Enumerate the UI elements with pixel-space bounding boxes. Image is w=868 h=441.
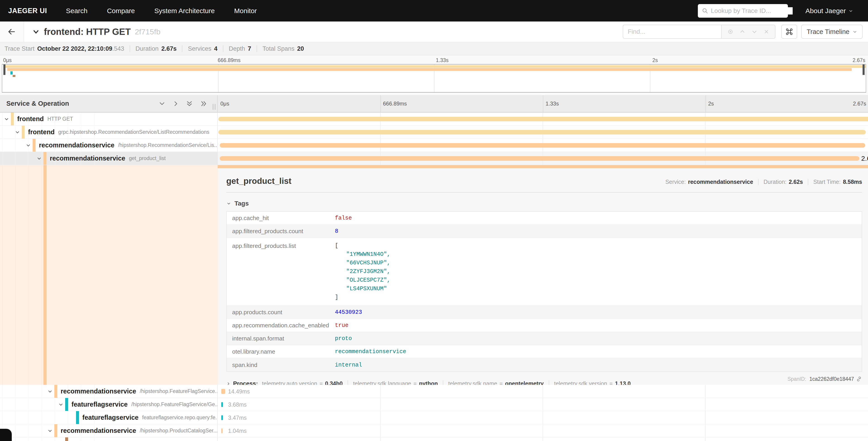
timeline-gridline [543,95,543,112]
span-duration-label: 3.68ms [228,401,247,408]
divider [758,179,758,185]
span-bar[interactable] [221,415,223,420]
chevron-down-icon[interactable] [58,402,64,408]
span-bar[interactable] [218,130,866,135]
tag-key: app.cache_hit [227,215,335,222]
span-bar[interactable] [220,143,865,148]
duration-label: Duration [135,45,159,52]
span-operation: /hipstershop.ProductCatalogSer... [140,428,217,434]
minimap-canvas[interactable] [2,64,866,93]
tags-section-toggle[interactable]: Tags [226,200,862,207]
span-timeline-cell [218,113,868,125]
span-row-frontend-grpc[interactable]: frontend grpc.hipstershop.Recommendation… [0,126,868,139]
back-button[interactable] [0,22,24,42]
start-time-value: 8.58ms [843,179,862,185]
minimap-ticks: 0μs 666.89ms 1.33s 2s 2.67s [0,56,868,64]
span-bar[interactable] [218,117,868,121]
top-nav: JAEGER UI Search Compare System Architec… [0,0,868,22]
trace-id-lookup [698,4,788,18]
chevron-down-icon[interactable] [47,428,53,434]
minimap-span-featureflagservice [10,71,13,75]
tag-value: internal [335,362,362,368]
tag-value: false [335,215,352,222]
span-bar[interactable] [221,389,225,394]
span-id-value: 1ca2262df0e18447 [809,376,854,382]
tag-row: span.kind internal [227,358,862,372]
nav-item-compare[interactable]: Compare [107,7,135,15]
collapse-all-icon[interactable] [186,100,193,108]
span-operation: /hipstershop.FeatureFlagService... [140,388,217,394]
trace-id-lookup-input[interactable] [711,7,793,14]
nav-item-search[interactable]: Search [66,7,88,15]
span-row-reco-featureflag[interactable]: recommendationservice /hipstershop.Featu… [0,385,868,398]
expand-one-icon[interactable] [172,100,179,107]
span-bar[interactable] [221,402,223,407]
prev-result-icon[interactable] [739,29,746,35]
clear-find-icon[interactable] [764,29,769,35]
duration-value: 2.62s [789,179,803,185]
tags-label: Tags [235,200,249,207]
span-timeline-cell: 2.62s [218,152,868,165]
span-service: recommendationservice [61,427,136,435]
span-name-cell: recommendationservice /hipstershop.Recom… [0,139,218,152]
total-spans-value: 20 [297,45,304,52]
tag-key: app.filtered_products.count [227,228,335,235]
json-line: "OLJCESPC7Z", [335,276,390,285]
minimap-left-scrubber[interactable] [3,64,5,75]
tag-value-list: [ "1YMWWN1N4O", "66VCHSJNUP", "2ZYFJ3GM2… [335,241,390,302]
timeline-tick-3: 2s [708,100,714,107]
chevron-down-icon[interactable] [47,388,53,394]
span-operation: HTTP GET [48,116,73,122]
span-bar[interactable] [220,156,859,161]
span-operation: grpc.hipstershop.RecommendationService/L… [58,129,209,135]
collapse-one-icon[interactable] [158,100,166,107]
span-row-partial[interactable] [0,437,868,441]
chevron-down-icon[interactable] [36,155,42,161]
span-color-accent [76,411,79,424]
span-color-accent [65,398,68,411]
span-timeline-cell: 1.04ms [218,424,868,437]
nav-right: About Jaeger [698,4,860,18]
tag-value: true [335,322,348,329]
nav-item-system-architecture[interactable]: System Architecture [154,7,215,15]
minimap-tick-2: 1.33s [436,57,448,63]
span-service: featureflagservice [71,401,128,408]
span-row-frontend-http-get[interactable]: frontend HTTP GET [0,113,868,126]
span-color-accent [43,152,46,165]
focus-match-icon[interactable] [727,29,734,35]
chevron-down-icon[interactable] [14,129,20,135]
span-name-cell: frontend grpc.hipstershop.Recommendation… [0,126,218,139]
minimap-tick-0: 0μs [3,57,12,63]
about-jaeger-menu[interactable]: About Jaeger [806,7,853,15]
next-result-icon[interactable] [751,29,757,35]
span-row-featureflag-get[interactable]: featureflagservice /hipstershop.FeatureF… [0,398,868,411]
collapse-trace-chevron-icon[interactable] [32,28,40,35]
trace-view-selector[interactable]: Trace Timeline [801,25,863,39]
span-row-featureflag-repo-query[interactable]: featureflagservice featureflagservice.re… [0,411,868,424]
start-time-label: Start Time: [813,179,841,185]
span-bar[interactable] [221,428,223,433]
minimap-tick-1: 666.89ms [218,57,241,63]
span-row-get-product-list-selected[interactable]: recommendationservice get_product_list 2… [0,152,868,165]
keyboard-shortcuts-button[interactable] [781,25,797,39]
timeline-tick-1: 666.89ms [383,100,407,107]
nav-item-monitor[interactable]: Monitor [234,7,257,15]
minimap-right-scrubber[interactable] [863,64,865,75]
find-input[interactable] [623,25,721,39]
expand-all-icon[interactable] [199,100,207,108]
span-timeline-cell: 14.49ms [218,385,868,398]
span-color-accent [54,424,57,437]
deep-link-icon[interactable] [856,376,862,382]
chevron-down-icon[interactable] [25,142,31,148]
span-row-reco-productcatalog[interactable]: recommendationservice /hipstershop.Produ… [0,424,868,437]
span-row-recommendationservice-list[interactable]: recommendationservice /hipstershop.Recom… [0,139,868,152]
column-resizer-handle[interactable] [213,104,215,110]
app-logo[interactable]: JAEGER UI [8,7,47,15]
span-color-accent [54,385,57,398]
tag-row: app.filtered_products.count 8 [227,225,862,238]
json-line: ] [335,293,390,302]
trace-title: frontend: HTTP GET [44,27,131,37]
timeline-gridline [380,95,381,112]
chevron-down-icon[interactable] [4,116,9,122]
span-name-cell: featureflagservice featureflagservice.re… [0,411,218,424]
